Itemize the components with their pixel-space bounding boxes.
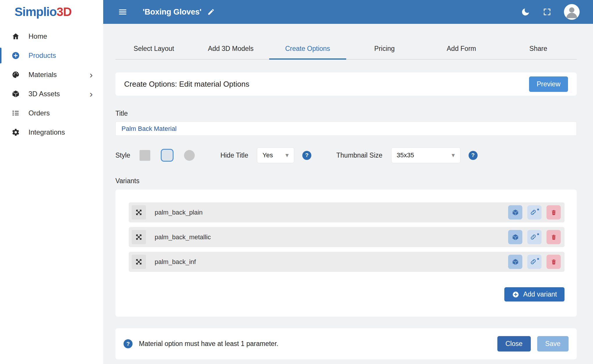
- variant-3d-model-button[interactable]: [508, 205, 522, 220]
- caret-down-icon: ▾: [452, 151, 455, 159]
- variant-3d-model-button[interactable]: [508, 230, 522, 244]
- hide-title-dropdown[interactable]: Yes ▾: [257, 147, 294, 163]
- sidebar: Simplio3D Home Products Materials: [0, 0, 103, 364]
- app-root: Simplio3D Home Products Materials: [0, 0, 593, 364]
- variants-card: palm_back_plain *: [115, 190, 577, 317]
- tab-add-3d-models[interactable]: Add 3D Models: [192, 40, 269, 59]
- title-input[interactable]: [115, 122, 577, 136]
- topbar: 'Boxing Gloves': [103, 0, 593, 24]
- cube-icon: [11, 89, 20, 99]
- title-field-label: Title: [115, 110, 577, 117]
- list-icon: [11, 108, 20, 118]
- brand-logo[interactable]: Simplio3D: [0, 0, 103, 24]
- dark-mode-moon-icon[interactable]: [521, 7, 530, 17]
- footer-buttons: Close Save: [497, 336, 569, 351]
- fullscreen-icon[interactable]: [542, 7, 552, 17]
- sidebar-item-label: Home: [28, 32, 47, 40]
- style-swatch-circle[interactable]: [184, 150, 195, 161]
- preview-button[interactable]: Preview: [529, 76, 568, 92]
- sidebar-item-label: Integrations: [28, 128, 65, 136]
- caret-down-icon: ▾: [285, 151, 289, 159]
- variant-delete-button[interactable]: [546, 230, 561, 244]
- sidebar-item-materials[interactable]: Materials ›: [0, 65, 103, 84]
- add-variant-button[interactable]: Add variant: [504, 287, 565, 301]
- footer-bar: ? Material option must have at least 1 p…: [115, 328, 577, 359]
- sidebar-item-products[interactable]: Products: [0, 46, 103, 65]
- panel-title: Create Options: Edit material Options: [124, 80, 249, 89]
- sidebar-item-label: Orders: [28, 109, 50, 117]
- tab-create-options[interactable]: Create Options: [269, 40, 346, 60]
- footer-note: Material option must have at least 1 par…: [139, 340, 278, 348]
- hide-title-help-icon[interactable]: ?: [302, 151, 311, 160]
- sidebar-item-orders[interactable]: Orders: [0, 104, 103, 123]
- variant-delete-button[interactable]: [546, 255, 561, 269]
- asterisk-glyph: *: [537, 207, 539, 214]
- variant-row: palm_back_inf *: [129, 252, 565, 272]
- variant-actions: *: [503, 205, 561, 220]
- variant-row: palm_back_plain *: [129, 202, 565, 222]
- variant-name: palm_back_metallic: [155, 233, 211, 241]
- home-icon: [11, 32, 20, 41]
- thumbnail-size-value: 35x35: [397, 151, 414, 159]
- tab-pricing[interactable]: Pricing: [346, 40, 423, 59]
- sidebar-item-label: Materials: [28, 71, 57, 79]
- add-variant-row: Add variant: [129, 287, 565, 301]
- variant-3d-model-button[interactable]: [508, 255, 522, 269]
- tab-select-layout[interactable]: Select Layout: [115, 40, 192, 59]
- style-swatch-square[interactable]: [140, 150, 150, 161]
- sidebar-item-label: 3D Assets: [28, 90, 60, 98]
- tab-share[interactable]: Share: [500, 40, 577, 59]
- footer-help-icon[interactable]: ?: [124, 339, 133, 348]
- tab-bar: Select Layout Add 3D Models Create Optio…: [115, 40, 577, 60]
- topbar-actions: [521, 4, 580, 20]
- tab-add-form[interactable]: Add Form: [423, 40, 500, 59]
- variant-actions: *: [503, 255, 561, 269]
- sidebar-item-integrations[interactable]: Integrations: [0, 123, 103, 142]
- variant-actions: *: [503, 230, 561, 244]
- asterisk-glyph: *: [537, 232, 539, 238]
- hide-title-label: Hide Title: [220, 151, 248, 159]
- edit-pencil-icon[interactable]: [207, 8, 215, 16]
- sidebar-item-label: Products: [28, 51, 56, 60]
- plus-circle-icon: [512, 291, 519, 298]
- chevron-right-icon: ›: [90, 89, 93, 99]
- variant-name: palm_back_inf: [155, 258, 196, 266]
- close-button[interactable]: Close: [497, 336, 531, 351]
- variant-link-button[interactable]: *: [527, 255, 542, 269]
- drag-move-icon[interactable]: [132, 255, 146, 269]
- variant-link-button[interactable]: *: [527, 205, 542, 220]
- user-avatar[interactable]: [564, 4, 580, 20]
- drag-move-icon[interactable]: [132, 205, 146, 220]
- sidebar-nav: Home Products Materials › 3D Assets: [0, 27, 103, 142]
- variant-link-button[interactable]: *: [527, 230, 542, 244]
- sidebar-item-home[interactable]: Home: [0, 27, 103, 46]
- plus-circle-icon: [11, 51, 20, 60]
- sidebar-item-3d-assets[interactable]: 3D Assets ›: [0, 84, 103, 104]
- variant-row: palm_back_metallic *: [129, 227, 565, 247]
- hide-title-value: Yes: [262, 151, 273, 159]
- brand-name-primary: Simplio: [15, 5, 57, 19]
- main-column: 'Boxing Gloves' Select Layout: [103, 0, 593, 364]
- variants-label: Variants: [115, 177, 577, 185]
- variant-delete-button[interactable]: [546, 205, 561, 220]
- add-variant-label: Add variant: [523, 290, 557, 298]
- style-swatch-rounded-selected[interactable]: [161, 149, 174, 162]
- style-options-row: Style Hide Title Yes ▾ ? Thumbnail Size …: [115, 147, 577, 163]
- thumbnail-size-help-icon[interactable]: ?: [469, 151, 478, 160]
- menu-icon[interactable]: [118, 7, 128, 17]
- palette-icon: [11, 70, 20, 79]
- asterisk-glyph: *: [537, 257, 539, 263]
- options-panel-header: Create Options: Edit material Options Pr…: [115, 72, 577, 96]
- style-label: Style: [115, 151, 130, 159]
- brand-name-secondary: 3D: [57, 5, 72, 19]
- save-button[interactable]: Save: [537, 336, 569, 351]
- thumbnail-size-label: Thumbnail Size: [336, 151, 383, 159]
- drag-move-icon[interactable]: [132, 230, 146, 244]
- gear-icon: [11, 128, 20, 137]
- content-area: Select Layout Add 3D Models Create Optio…: [103, 24, 593, 364]
- variant-name: palm_back_plain: [155, 209, 203, 216]
- chevron-right-icon: ›: [90, 70, 93, 79]
- product-title: 'Boxing Gloves': [143, 8, 201, 17]
- thumbnail-size-dropdown[interactable]: 35x35 ▾: [391, 147, 460, 163]
